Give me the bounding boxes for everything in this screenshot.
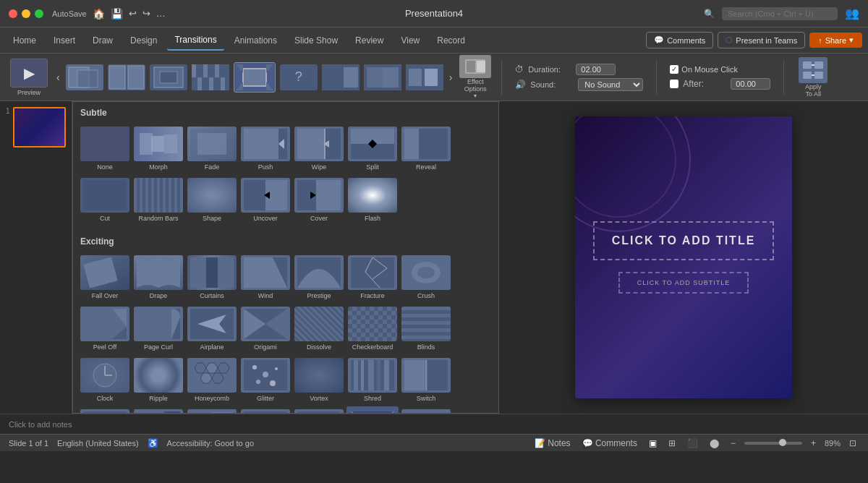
transition-cube-3d[interactable]: Cube — [186, 406, 238, 414]
transition-peel-off[interactable]: Peel Off — [79, 304, 131, 354]
present-in-teams-button[interactable]: ⬡ Present in Teams — [718, 32, 805, 48]
after-input[interactable] — [731, 78, 770, 90]
prev-transitions-arrow[interactable]: ‹ — [54, 70, 63, 85]
slideshow-view-button[interactable]: ⬤ — [707, 437, 722, 450]
sound-select[interactable]: No Sound — [578, 78, 643, 91]
transition-page-curl[interactable]: Page Curl — [132, 304, 184, 354]
transition-none[interactable]: None — [79, 124, 131, 174]
home-icon[interactable]: 🏠 — [93, 8, 105, 20]
transition-drape[interactable]: Drape — [132, 252, 184, 302]
transition-origami[interactable]: Origami — [239, 304, 292, 354]
transition-wipe[interactable]: Wipe — [293, 124, 345, 174]
comments-button[interactable]: 💬 Comments — [646, 32, 713, 48]
transition-zoom[interactable] — [236, 64, 273, 90]
transition-wind[interactable]: Wind — [239, 252, 292, 302]
transition-prestige[interactable]: Prestige — [293, 252, 345, 302]
transition-shape[interactable]: Shape — [186, 175, 238, 225]
transition-flip[interactable]: Flip — [79, 406, 131, 414]
tab-design[interactable]: Design — [123, 31, 164, 50]
tab-insert[interactable]: Insert — [46, 31, 82, 50]
normal-view-button[interactable]: ▣ — [646, 437, 660, 450]
preview-button[interactable]: ▶ Preview — [6, 56, 52, 99]
after-checkbox[interactable]: ✓ — [670, 80, 678, 88]
duration-input[interactable] — [576, 64, 616, 75]
fit-to-window-button[interactable]: ⊡ — [846, 437, 859, 450]
transition-random[interactable]: ? — [280, 64, 318, 90]
transition-honeycomb[interactable]: Honeycomb — [186, 355, 238, 405]
transition-airplane[interactable]: Airplane — [186, 304, 238, 354]
tab-draw[interactable]: Draw — [85, 31, 120, 50]
transition-comb[interactable] — [192, 64, 229, 90]
transition-box[interactable] — [150, 64, 187, 90]
reading-view-button[interactable]: ⬛ — [684, 437, 701, 450]
effect-options-button[interactable]: EffectOptions ▾ — [459, 55, 491, 99]
tab-view[interactable]: View — [393, 31, 427, 50]
transition-pan[interactable] — [322, 64, 359, 90]
transition-shred[interactable]: Shred — [346, 355, 399, 405]
transition-checkerboard[interactable]: Checkerboard — [346, 304, 399, 354]
slide-canvas[interactable]: CLICK TO ADD TITLE CLICK TO ADD SUBTITLE — [575, 116, 792, 398]
transition-doors[interactable] — [108, 64, 145, 90]
transition-cover[interactable]: Cover — [293, 175, 345, 225]
zoom-thumb[interactable] — [779, 439, 786, 446]
transition-push[interactable]: Push — [239, 124, 292, 174]
transition-zoom-grid[interactable] — [346, 406, 399, 414]
apply-to-all-button[interactable]: ApplyTo All — [791, 54, 835, 101]
transition-switch[interactable]: Switch — [400, 355, 452, 405]
slide-thumbnail[interactable] — [13, 107, 66, 148]
transition-unknown2[interactable] — [293, 406, 345, 414]
notes-button[interactable]: 📝 Notes — [532, 437, 574, 450]
on-mouse-click-checkbox[interactable]: ✓ — [670, 65, 678, 74]
transition-curtains[interactable]: Curtains — [186, 252, 238, 302]
transition-blinds[interactable]: Blinds — [400, 304, 452, 354]
transition-glitter[interactable]: Glitter — [239, 355, 292, 405]
transition-unknown1[interactable] — [239, 406, 292, 414]
transition-crush[interactable]: Crush — [400, 252, 452, 302]
next-transitions-arrow[interactable]: › — [446, 70, 456, 85]
comments-statusbar-button[interactable]: 💬 Comments — [579, 437, 640, 450]
transition-cube[interactable] — [66, 64, 103, 90]
transition-question[interactable]: ? — [400, 406, 452, 414]
minimize-button[interactable] — [22, 9, 30, 18]
tab-animations[interactable]: Animations — [227, 31, 284, 50]
tab-record[interactable]: Record — [430, 31, 472, 50]
transition-flash[interactable]: Flash — [346, 175, 399, 225]
close-button[interactable] — [9, 9, 17, 18]
search-input[interactable] — [722, 7, 838, 20]
maximize-button[interactable] — [35, 9, 43, 18]
transition-gallery[interactable]: Gallery — [132, 406, 184, 414]
transition-vortex[interactable]: Vortex — [293, 355, 345, 405]
tab-transitions[interactable]: Transitions — [167, 30, 224, 51]
transition-clock[interactable]: Clock — [79, 355, 131, 405]
transition-cut[interactable]: Cut — [79, 175, 131, 225]
slide-subtitle[interactable]: CLICK TO ADD SUBTITLE — [618, 272, 749, 294]
share-button[interactable]: ↑ Share ▾ — [809, 33, 862, 48]
transition-random-bars[interactable]: Random Bars — [132, 175, 184, 225]
transition-dissolve[interactable]: Dissolve — [293, 304, 345, 354]
traffic-lights[interactable] — [9, 9, 43, 18]
zoom-in-button[interactable]: + — [808, 437, 819, 450]
zoom-slider[interactable] — [744, 442, 802, 445]
undo-button[interactable]: ↩ — [129, 8, 137, 19]
redo-button[interactable]: ↪ — [142, 8, 150, 19]
transition-uncover[interactable]: Uncover — [239, 175, 292, 225]
transition-split[interactable]: Split — [346, 124, 399, 174]
transition-conveyor[interactable] — [406, 64, 443, 90]
tab-slideshow[interactable]: Slide Show — [287, 31, 345, 50]
tab-review[interactable]: Review — [348, 31, 391, 50]
notes-area[interactable]: Click to add notes — [0, 414, 868, 434]
transition-ferris-wheel[interactable] — [364, 64, 401, 90]
zoom-out-button[interactable]: − — [728, 437, 739, 450]
transition-fracture[interactable]: Fracture — [346, 252, 399, 302]
tab-home[interactable]: Home — [6, 31, 43, 50]
transition-morph[interactable]: Morph — [132, 124, 184, 174]
transition-pagecurl-label: Page Curl — [144, 343, 173, 351]
transition-reveal[interactable]: Reveal — [400, 124, 452, 174]
transition-fade[interactable]: Fade — [186, 124, 238, 174]
grid-view-button[interactable]: ⊞ — [665, 437, 678, 450]
more-button[interactable]: … — [156, 8, 166, 19]
share-mode-icon[interactable]: 👥 — [845, 7, 859, 20]
save-icon[interactable]: 💾 — [111, 8, 123, 20]
transition-ripple[interactable]: Ripple — [132, 355, 184, 405]
transition-fall-over[interactable]: Fall Over — [79, 252, 131, 302]
